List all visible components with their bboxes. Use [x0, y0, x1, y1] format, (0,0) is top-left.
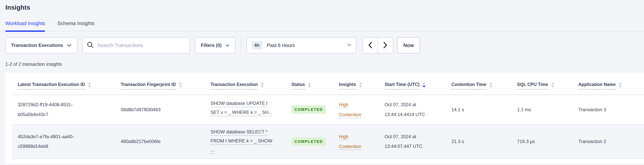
insight-link-high-contention[interactable]: High Contention — [339, 102, 361, 118]
cell-transaction-execution: SHOW database UPDATE t SET v = _ WHERE k… — [205, 96, 286, 123]
cell-fingerprint-id: 480a8b217be006fe — [115, 134, 205, 149]
results-summary: 1-2 of 2 transaction insights — [6, 62, 644, 67]
sort-icon-active-desc — [422, 83, 426, 88]
transaction-execution-link[interactable]: SET v = _ WHERE k = _ SH... — [210, 110, 272, 116]
transaction-execution-link[interactable]: SHOW database UPDATE t — [210, 101, 268, 107]
column-header-latest-execution-id[interactable]: Latest Transaction Execution ID — [12, 82, 115, 90]
cell-latest-execution-id: 328729d2-ff19-4408-8531-b05a5b4e43c7 — [12, 95, 115, 124]
time-next-button[interactable] — [378, 38, 393, 53]
column-header-sql-cpu-time[interactable]: SQL CPU Time — [512, 82, 573, 90]
cell-latest-execution-id: 452da3e7-e7fa-4801-aa40-c59988d14eb6 — [12, 127, 115, 156]
cell-contention-time: 21.3 s — [446, 134, 512, 149]
tab-workload-insights-label: Workload Insights — [6, 21, 45, 26]
cell-insights: High Contention — [334, 95, 379, 124]
table-row: 328729d2-ff19-4408-8531-b05a5b4e43c7 08d… — [12, 95, 644, 124]
transaction-insights-table: Latest Transaction Execution ID Transact… — [12, 73, 644, 159]
search-icon — [87, 42, 94, 49]
column-header-application-name[interactable]: Application Name — [573, 82, 644, 90]
cell-status: COMPLETED — [286, 133, 334, 150]
transaction-execution-link[interactable]: FROM t WHERE k = _ SHOW — [210, 138, 272, 145]
chevron-right-icon — [383, 42, 388, 49]
cell-application-name: Transaction 2 — [573, 134, 644, 149]
cell-start-time: Oct 07, 2024 at 13:44:07.447 UTC — [379, 127, 446, 156]
status-badge-completed: COMPLETED — [292, 137, 326, 146]
time-range-badge: 6h — [252, 41, 262, 50]
page-title: Insights — [6, 4, 644, 11]
tab-schema-insights-label: Schema Insights — [58, 21, 94, 26]
insights-table-card: Latest Transaction Execution ID Transact… — [5, 73, 644, 163]
table-row: 452da3e7-e7fa-4801-aa40-c59988d14eb6 480… — [12, 124, 644, 159]
transaction-type-dropdown[interactable]: Transaction Executions — [6, 37, 78, 53]
time-window-nav — [362, 37, 393, 53]
sort-icon — [551, 83, 554, 88]
transaction-execution-link[interactable]: ... — [210, 147, 214, 154]
column-header-fingerprint-id[interactable]: Transaction Fingerprint ID — [115, 82, 205, 90]
now-button[interactable]: Now — [397, 37, 420, 53]
column-header-transaction-execution[interactable]: Transaction Execution — [205, 82, 286, 90]
sort-icon — [489, 83, 492, 88]
transaction-execution-link[interactable]: SHOW database SELECT * — [210, 129, 268, 136]
insight-link-high-contention[interactable]: High Contention — [339, 134, 361, 150]
chevron-down-icon — [67, 43, 72, 48]
chevron-down-icon — [347, 44, 351, 47]
sort-icon — [261, 83, 264, 88]
cell-contention-time: 14.1 s — [446, 102, 512, 117]
table-header-row: Latest Transaction Execution ID Transact… — [12, 73, 644, 95]
tab-schema-insights[interactable]: Schema Insights — [58, 21, 94, 31]
sort-icon — [619, 83, 622, 88]
time-prev-button[interactable] — [363, 38, 378, 53]
column-header-status[interactable]: Status — [286, 82, 334, 90]
cell-sql-cpu-time: 1.1 ms — [512, 102, 573, 117]
cell-sql-cpu-time: 716.3 µs — [512, 134, 573, 149]
column-header-start-time[interactable]: Start Time (UTC) — [379, 82, 446, 90]
filters-dropdown[interactable]: Filters (0) — [195, 37, 235, 53]
status-badge-completed: COMPLETED — [292, 105, 326, 114]
column-header-insights[interactable]: Insights — [334, 82, 379, 90]
cell-insights: High Contention — [334, 127, 379, 156]
sort-icon — [88, 83, 91, 88]
filters-dropdown-label: Filters (0) — [201, 43, 222, 48]
chevron-left-icon — [368, 42, 372, 49]
time-range-picker[interactable]: 6h Past 6 Hours — [246, 37, 356, 53]
cell-fingerprint-id: 08d8b7d97f830463 — [115, 102, 205, 117]
cell-status: COMPLETED — [286, 101, 334, 118]
sort-icon — [359, 83, 362, 88]
tab-workload-insights[interactable]: Workload Insights — [6, 21, 45, 31]
chevron-down-icon — [225, 43, 230, 48]
toolbar-divider — [241, 37, 241, 53]
toolbar: Transaction Executions Filters (0) 6h Pa… — [6, 37, 644, 53]
insights-page: Insights Workload Insights Schema Insigh… — [0, 0, 644, 165]
cell-application-name: Transaction 3 — [573, 102, 644, 117]
column-header-contention-time[interactable]: Contention Time — [446, 82, 512, 90]
sort-icon — [308, 83, 311, 88]
sort-icon — [179, 83, 182, 88]
transaction-type-dropdown-label: Transaction Executions — [11, 43, 63, 48]
cell-start-time: Oct 07, 2024 at 13:44:14.4414 UTC — [379, 95, 446, 124]
search-box — [82, 37, 190, 53]
search-input[interactable] — [97, 42, 185, 49]
time-range-label: Past 6 Hours — [267, 43, 295, 48]
tab-bar: Workload Insights Schema Insights — [0, 21, 644, 31]
cell-transaction-execution: SHOW database SELECT * FROM t WHERE k = … — [205, 124, 286, 158]
